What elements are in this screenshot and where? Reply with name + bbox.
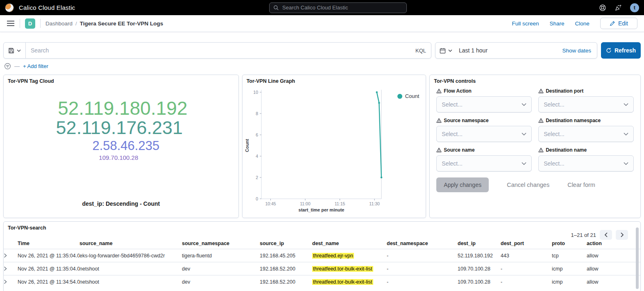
control-select-destination-port[interactable]: Select...	[538, 96, 634, 113]
table-scrollbar[interactable]	[636, 227, 639, 289]
show-dates-button[interactable]: Show dates	[562, 48, 597, 54]
saved-query-menu-button[interactable]	[4, 43, 26, 58]
tag-cloud-term[interactable]: 109.70.100.28	[99, 155, 138, 161]
control-field: Destination namespaceSelect...	[538, 118, 634, 142]
table-cell: tcp	[552, 253, 587, 259]
dashboard-app-badge[interactable]: D	[25, 18, 35, 29]
line-graph-panel: Tor-VPN Line Graph 024681010:4511:0011:1…	[242, 75, 426, 218]
table-cell: icmp	[552, 279, 587, 285]
share-button[interactable]: Share	[550, 20, 565, 27]
svg-text:8: 8	[256, 111, 258, 116]
expand-row-icon[interactable]	[4, 280, 18, 284]
table-cell: 109.70.100.28	[458, 266, 501, 272]
control-field-label: Flow Action	[444, 88, 472, 94]
global-search-input[interactable]: Search Calico Cloud Elastic	[269, 2, 407, 13]
tag-cloud-panel-title: Tor-VPN Tag Cloud	[4, 75, 238, 87]
apply-changes-button[interactable]: Apply changes	[436, 177, 489, 192]
clear-form-button[interactable]: Clear form	[567, 182, 595, 188]
user-avatar[interactable]: t	[630, 3, 639, 12]
control-select-source-namespace[interactable]: Select...	[436, 126, 532, 142]
clone-button[interactable]: Clone	[575, 20, 590, 27]
control-field-label: Source name	[444, 147, 474, 153]
filter-dash: —	[14, 63, 20, 69]
tag-cloud-term[interactable]: 2.58.46.235	[92, 139, 159, 152]
chevron-down-icon	[522, 162, 526, 165]
control-select-source-name[interactable]: Select...	[436, 155, 532, 172]
table-cell: allow	[587, 253, 640, 259]
help-icon[interactable]	[599, 4, 606, 11]
chevron-down-icon	[522, 132, 526, 136]
cancel-changes-button[interactable]: Cancel changes	[507, 182, 549, 188]
control-field: Source namespaceSelect...	[436, 118, 532, 142]
breadcrumb-current: Tigera Secure EE Tor-VPN Logs	[80, 20, 163, 27]
table-cell: dev	[182, 279, 260, 285]
warning-icon	[538, 148, 544, 152]
filter-menu-icon[interactable]	[4, 63, 11, 70]
control-field-label: Destination port	[546, 88, 583, 94]
add-filter-button[interactable]: + Add filter	[23, 63, 48, 69]
hamburger-menu-icon[interactable]	[7, 20, 15, 27]
expand-row-icon[interactable]	[4, 253, 18, 258]
kql-toggle[interactable]: KQL	[410, 48, 431, 54]
refresh-button[interactable]: Refresh	[601, 42, 641, 59]
select-placeholder: Select...	[442, 101, 463, 108]
top-header-bar: Calico Cloud Elastic Search Calico Cloud…	[0, 0, 644, 15]
tag-cloud-term[interactable]: 52.119.180.192	[58, 99, 187, 118]
table-cell: -	[387, 253, 458, 259]
chevron-down-icon	[624, 103, 628, 106]
breadcrumb-dashboard[interactable]: Dashboard	[45, 20, 73, 27]
control-field-label: Destination name	[546, 147, 587, 153]
table-cell: netshoot	[79, 279, 182, 285]
svg-text:2: 2	[256, 175, 258, 180]
select-placeholder: Select...	[544, 160, 565, 167]
divider	[40, 19, 41, 28]
control-select-destination-namespace[interactable]: Select...	[538, 126, 634, 142]
search-icon	[273, 5, 279, 11]
svg-text:11:30: 11:30	[369, 201, 380, 206]
svg-text:0: 0	[256, 196, 258, 201]
time-range-value[interactable]: Last 1 hour	[459, 47, 488, 54]
legend-label: Count	[405, 93, 420, 99]
expand-row-icon[interactable]	[4, 266, 18, 271]
line-graph-panel-title: Tor-VPN Line Graph	[243, 75, 426, 87]
controls-panel-title: Tor-VPN controls	[430, 75, 640, 87]
full-screen-button[interactable]: Full screen	[512, 20, 539, 27]
global-search-placeholder: Search Calico Cloud Elastic	[282, 5, 348, 11]
results-table: Timesource_namesource_namespacesource_ip…	[4, 238, 640, 288]
column-header-time: Time	[18, 241, 79, 246]
table-cell: 443	[501, 253, 552, 259]
previous-page-button[interactable]	[600, 230, 612, 240]
control-field: Flow ActionSelect...	[436, 88, 532, 113]
control-select-flow-action[interactable]: Select...	[436, 96, 532, 113]
query-search-input[interactable]: Search	[26, 47, 410, 54]
column-header-source_namespace: source_namespace	[182, 241, 260, 246]
table-cell: 192.168.52.200	[260, 279, 312, 285]
warning-icon	[436, 89, 442, 93]
date-picker-menu-button[interactable]	[435, 48, 456, 54]
select-placeholder: Select...	[544, 101, 565, 108]
table-cell: tigera-fluentd	[182, 253, 260, 259]
calico-logo	[5, 3, 14, 12]
chevron-down-icon	[624, 162, 628, 165]
tag-cloud-panel: Tor-VPN Tag Cloud 52.119.180.19252.119.1…	[3, 75, 239, 218]
edit-button[interactable]: Edit	[600, 18, 637, 29]
column-header-source_ip: source_ip	[260, 241, 312, 246]
column-header-action: action	[587, 241, 640, 246]
legend-color-dot	[397, 94, 402, 99]
newsfeed-icon[interactable]	[615, 4, 622, 11]
control-field: Source nameSelect...	[436, 147, 532, 172]
warning-icon	[436, 148, 442, 152]
tag-cloud-term[interactable]: 52.119.176.231	[56, 118, 183, 138]
breadcrumb-bar: D Dashboard / Tigera Secure EE Tor-VPN L…	[0, 15, 644, 32]
chart-legend[interactable]: Count	[397, 93, 420, 99]
column-header-dest_name: dest_name	[312, 241, 387, 246]
column-header-proto: proto	[552, 241, 587, 246]
chevron-down-icon	[448, 49, 452, 52]
controls-panel: Tor-VPN controls Flow ActionSelect...Des…	[429, 75, 641, 218]
column-header-source_name: source_name	[79, 241, 182, 246]
next-page-button[interactable]	[616, 230, 628, 240]
select-placeholder: Select...	[442, 131, 463, 137]
table-cell: eks-log-forwarder-5bd4659786-cwd2r	[79, 253, 182, 259]
control-select-destination-name[interactable]: Select...	[538, 155, 634, 172]
control-field-label: Destination namespace	[546, 118, 601, 123]
